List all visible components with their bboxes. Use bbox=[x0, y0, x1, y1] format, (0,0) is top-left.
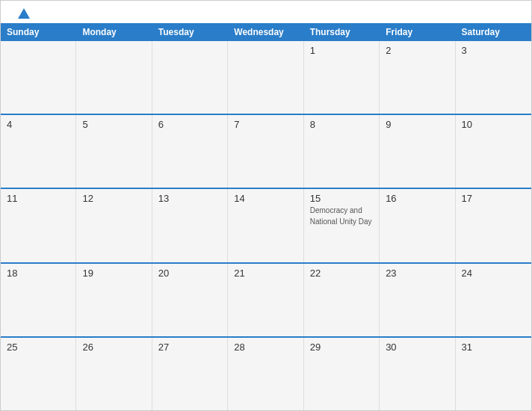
day-number: 17 bbox=[462, 193, 525, 204]
calendar-day: 22 bbox=[304, 264, 380, 336]
calendar-day: 17 bbox=[456, 189, 531, 262]
calendar-day: 8 bbox=[304, 115, 380, 188]
calendar-day: 30 bbox=[380, 338, 455, 410]
days-header: SundayMondayTuesdayWednesdayThursdayFrid… bbox=[1, 23, 531, 41]
calendar-day: 2 bbox=[380, 41, 455, 114]
calendar-day: 1 bbox=[304, 41, 380, 114]
calendar-day: 7 bbox=[228, 115, 303, 188]
calendar-day: 3 bbox=[456, 41, 531, 114]
day-number: 4 bbox=[7, 119, 69, 130]
calendar-week-0: 123 bbox=[1, 41, 531, 115]
calendar-day bbox=[76, 41, 152, 114]
calendar-day: 19 bbox=[76, 264, 152, 336]
day-number: 23 bbox=[386, 268, 448, 279]
logo-triangle-icon bbox=[18, 8, 30, 19]
calendar-day: 11 bbox=[1, 189, 76, 262]
calendar-day bbox=[1, 41, 76, 114]
day-header-saturday: Saturday bbox=[456, 23, 531, 41]
calendar-day: 31 bbox=[456, 338, 531, 410]
calendar-day: 13 bbox=[152, 189, 228, 262]
calendar-week-4: 25262728293031 bbox=[1, 338, 531, 410]
day-header-sunday: Sunday bbox=[1, 23, 76, 41]
day-number: 6 bbox=[158, 119, 221, 130]
day-number: 2 bbox=[386, 45, 448, 56]
calendar-day bbox=[228, 41, 303, 114]
day-number: 7 bbox=[234, 119, 297, 130]
day-header-wednesday: Wednesday bbox=[228, 23, 303, 41]
calendar-day: 29 bbox=[304, 338, 380, 410]
day-header-tuesday: Tuesday bbox=[152, 23, 228, 41]
day-number: 1 bbox=[310, 45, 373, 56]
calendar-day: 5 bbox=[76, 115, 152, 188]
holiday-text: Democracy and National Unity Day bbox=[310, 206, 372, 226]
calendar-day: 20 bbox=[152, 264, 228, 336]
day-header-thursday: Thursday bbox=[304, 23, 380, 41]
logo bbox=[16, 8, 30, 19]
day-number: 5 bbox=[82, 119, 145, 130]
calendar-day: 26 bbox=[76, 338, 152, 410]
day-number: 31 bbox=[462, 342, 525, 353]
calendar-week-3: 18192021222324 bbox=[1, 264, 531, 338]
day-number: 14 bbox=[234, 193, 297, 204]
day-number: 20 bbox=[158, 268, 221, 279]
day-number: 19 bbox=[82, 268, 145, 279]
calendar-day: 23 bbox=[380, 264, 455, 336]
day-header-friday: Friday bbox=[380, 23, 455, 41]
day-number: 10 bbox=[462, 119, 525, 130]
calendar-day: 10 bbox=[456, 115, 531, 188]
calendar-day: 21 bbox=[228, 264, 303, 336]
day-header-monday: Monday bbox=[76, 23, 152, 41]
day-number: 26 bbox=[82, 342, 145, 353]
day-number: 18 bbox=[7, 268, 69, 279]
calendar-day: 6 bbox=[152, 115, 228, 188]
calendar-day: 18 bbox=[1, 264, 76, 336]
calendar-day: 14 bbox=[228, 189, 303, 262]
day-number: 15 bbox=[310, 193, 373, 204]
day-number: 25 bbox=[7, 342, 69, 353]
day-number: 9 bbox=[386, 119, 448, 130]
calendar-day: 4 bbox=[1, 115, 76, 188]
calendar-day: 15Democracy and National Unity Day bbox=[304, 189, 380, 262]
calendar-day: 24 bbox=[456, 264, 531, 336]
day-number: 21 bbox=[234, 268, 297, 279]
day-number: 8 bbox=[310, 119, 373, 130]
calendar-week-2: 1112131415Democracy and National Unity D… bbox=[1, 189, 531, 263]
day-number: 28 bbox=[234, 342, 297, 353]
calendar-day bbox=[152, 41, 228, 114]
calendar-day: 9 bbox=[380, 115, 455, 188]
calendar-container: SundayMondayTuesdayWednesdayThursdayFrid… bbox=[0, 0, 532, 411]
day-number: 27 bbox=[158, 342, 221, 353]
calendar-week-1: 45678910 bbox=[1, 115, 531, 189]
calendar-day: 12 bbox=[76, 189, 152, 262]
day-number: 22 bbox=[310, 268, 373, 279]
calendar-grid: 123456789101112131415Democracy and Natio… bbox=[1, 41, 531, 410]
calendar-day: 16 bbox=[380, 189, 455, 262]
day-number: 3 bbox=[462, 45, 525, 56]
day-number: 13 bbox=[158, 193, 221, 204]
calendar-header bbox=[1, 1, 531, 23]
day-number: 12 bbox=[82, 193, 145, 204]
day-number: 24 bbox=[462, 268, 525, 279]
day-number: 16 bbox=[386, 193, 448, 204]
calendar-day: 25 bbox=[1, 338, 76, 410]
day-number: 29 bbox=[310, 342, 373, 353]
calendar-day: 27 bbox=[152, 338, 228, 410]
day-number: 11 bbox=[7, 193, 69, 204]
calendar-day: 28 bbox=[228, 338, 303, 410]
day-number: 30 bbox=[386, 342, 448, 353]
